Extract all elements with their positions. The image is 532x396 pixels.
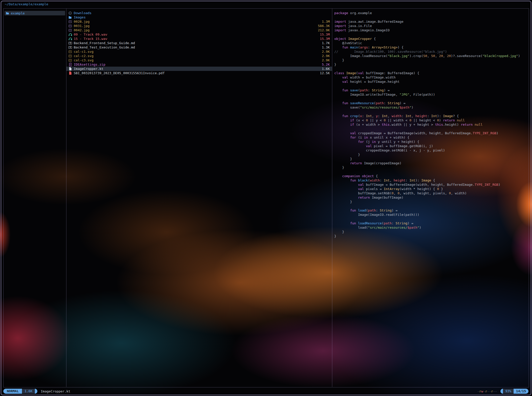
code-line: fun crop(x: Int, y: Int, width: Int, hei… <box>334 114 529 118</box>
file-row[interactable]: cal-c2.svg2.9K <box>66 54 332 58</box>
file-row[interactable]: cal-c1.svg2.9K <box>66 49 332 54</box>
code-line <box>334 127 529 131</box>
code-line: croppedImage.setRGB(i - x, j - y, pixel) <box>334 148 529 152</box>
code-line <box>334 32 529 37</box>
code-line: Image.loadResource("black.jpg").crop(50,… <box>334 54 529 58</box>
code-line: @JvmStatic <box>334 41 529 45</box>
file-name: 0028.jpg <box>74 20 90 23</box>
file-name: 15 - Track 15.wav <box>74 37 107 41</box>
code-line <box>334 170 529 174</box>
file-size: 586.3K <box>318 24 330 28</box>
code-line: } <box>334 200 529 204</box>
status-bar: NORMAL 1.6K ImageCropper.kt -rw-r--r-- 9… <box>3 389 528 394</box>
code-line: object ImageCropper { <box>334 37 529 41</box>
file-row[interactable]: Backend_Test_Execution_Guide.md1.3K <box>66 45 332 49</box>
code-line: package org.example <box>334 11 529 15</box>
file-size: 5.2K <box>322 63 330 66</box>
code-line: return Image(buffImage) <box>334 195 529 200</box>
code-line <box>334 97 529 101</box>
audio-icon <box>68 33 72 36</box>
yazi-file-manager-window: ~/Data/example/example example Downloads… <box>0 0 532 396</box>
cwd-path: ~/Data/example/example <box>5 2 48 6</box>
code-line: ImageIO.write(buffImage, "JPG", File(pat… <box>334 92 529 97</box>
code-line: if (x < 0 || y < 0 || width < 0 || heigh… <box>334 118 529 122</box>
pdf-icon <box>68 71 72 75</box>
code-line: val croppedImage = BufferedImage(width, … <box>334 131 529 135</box>
code-line: val width = buffImage.width <box>334 75 529 80</box>
code-line <box>334 204 529 208</box>
code-line: fun save(path: String) = <box>334 88 529 92</box>
status-file-name: ImageCropper.kt <box>41 389 70 393</box>
code-line: buffImage.setRGB(0, 0, width, height, pi… <box>334 191 529 195</box>
file-name: Backend_Frontend_Setup_Guide.md <box>74 41 135 45</box>
markdown-icon <box>68 41 72 45</box>
code-line: import java.awt.image.BufferedImage <box>334 19 529 24</box>
code-line: import java.io.File <box>334 24 529 28</box>
file-row[interactable]: Backend_Frontend_Setup_Guide.md1.7K <box>66 41 332 45</box>
code-line: if (x + width > this.width || y + height… <box>334 122 529 127</box>
code-line: val pixel = buffImage.getRGB(i, j) <box>334 144 529 148</box>
file-row[interactable]: 15 - Track 15.wav15.3M <box>66 37 332 41</box>
file-name: Images <box>74 15 86 19</box>
image-icon <box>68 24 72 28</box>
file-row[interactable]: Downloads <box>66 11 332 15</box>
code-line: } <box>334 62 529 67</box>
file-row[interactable]: Images <box>66 15 332 19</box>
file-name: cal-c3.svg <box>74 58 93 62</box>
file-row[interactable]: 0028.jpg1.3M <box>66 19 332 24</box>
file-size: 1.3M <box>322 20 330 23</box>
file-size: 15.3M <box>320 33 330 36</box>
file-size: 15.3M <box>320 37 330 41</box>
file-row[interactable]: cal-c3.svg2.9K <box>66 58 332 62</box>
zip-icon <box>68 63 72 66</box>
powerline-cap-icon <box>35 389 37 394</box>
file-name: 0042.jpg <box>74 28 90 32</box>
code-line: save("src/main/resources/$path") <box>334 105 529 110</box>
pane-separator <box>332 9 332 387</box>
file-row[interactable]: ImageCropper.kt1.6K <box>66 67 332 71</box>
code-line: import javax.imageio.ImageIO <box>334 28 529 32</box>
file-row[interactable]: 0042.jpg212.9K <box>66 28 332 32</box>
code-line: fun black(width: Int, height: Int): Imag… <box>334 178 529 182</box>
file-name: cal-c2.svg <box>74 54 93 58</box>
file-row[interactable]: IDEAsettings.zip5.2K <box>66 62 332 67</box>
file-row[interactable]: SBI_0032013739_2023_DE05_0003155631Invoi… <box>66 71 332 75</box>
code-line: } <box>334 230 529 234</box>
file-name: 09 - Track 09.wav <box>74 33 107 36</box>
code-line: for (j in y until y + height) { <box>334 140 529 144</box>
file-row[interactable]: 09 - Track 09.wav15.3M <box>66 32 332 37</box>
parent-directory-pane: example <box>4 9 66 387</box>
file-size: 1.6K <box>322 67 330 71</box>
code-line: } <box>334 157 529 161</box>
file-size: 1.3K <box>322 45 330 49</box>
code-line: } <box>334 165 529 170</box>
code-line: fun saveResource(path: String) = <box>334 101 529 105</box>
code-line <box>334 110 529 114</box>
file-preview-pane[interactable]: package org.example import java.awt.imag… <box>333 9 529 387</box>
file-size: 1.7K <box>322 41 330 45</box>
code-line: } <box>334 152 529 157</box>
code-line: val height = buffImage.height <box>334 80 529 84</box>
list-position-indicator: 14/15 <box>514 389 528 394</box>
file-size: 2.9K <box>322 50 330 54</box>
file-row[interactable]: 0031.jpg586.3K <box>66 24 332 28</box>
file-name: SBI_0032013739_2023_DE05_0003155631Invoi… <box>74 71 165 75</box>
code-line: } <box>334 234 529 238</box>
image-icon <box>68 54 72 58</box>
folder-download-icon <box>68 11 72 15</box>
code-line <box>334 15 529 19</box>
code-line: val buffImage = BufferedImage(width, hei… <box>334 182 529 187</box>
code-line: val pixels = IntArray(width * height) { … <box>334 187 529 191</box>
file-name: cal-c1.svg <box>74 50 93 54</box>
parent-dir-item[interactable]: example <box>5 11 65 15</box>
code-line: Image(ImageIO.read(File(path))) <box>334 213 529 217</box>
code-line <box>334 67 529 71</box>
status-bar-right: -rw-r--r-- 93% 14/15 <box>477 389 528 394</box>
code-line: fun loadResource(path: String) = <box>334 221 529 225</box>
code-line: companion object { <box>334 174 529 178</box>
image-icon <box>68 29 72 32</box>
code-line: // Image.black(100, 100).saveResource("b… <box>334 49 529 54</box>
file-name: IDEAsettings.zip <box>74 63 105 66</box>
image-icon <box>68 59 72 62</box>
code-line <box>334 84 529 88</box>
